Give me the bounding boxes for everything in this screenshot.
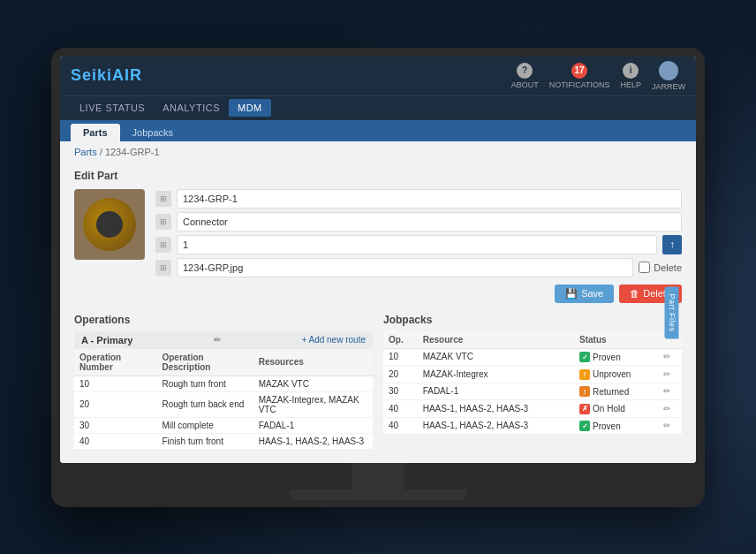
status-text: Proven bbox=[593, 421, 621, 431]
help-label: HELP bbox=[620, 80, 641, 89]
help-icon: i bbox=[623, 63, 639, 79]
filename-row: ⊞ Delete bbox=[155, 258, 682, 277]
about-icon: ? bbox=[517, 63, 533, 79]
edit-icon[interactable]: ✏ bbox=[663, 352, 670, 361]
notifications-button[interactable]: 17 NOTIFICATIONS bbox=[549, 63, 610, 89]
edit-icon[interactable]: ✏ bbox=[663, 386, 670, 396]
status-text: Returned bbox=[593, 387, 629, 397]
filename-icon: ⊞ bbox=[155, 260, 171, 276]
part-number-icon: ⊞ bbox=[155, 191, 171, 207]
edit-icon[interactable]: ✏ bbox=[663, 369, 670, 379]
status-badge: ✗ On Hold bbox=[579, 404, 625, 414]
jp-status: ! Returned bbox=[574, 383, 658, 400]
jp-resource: MAZAK-Integrex bbox=[418, 366, 574, 383]
op-resources: MAZAK-Integrex, MAZAK VTC bbox=[253, 391, 373, 417]
app-logo: SeikiAIR bbox=[71, 66, 142, 85]
filename-input[interactable] bbox=[177, 258, 633, 277]
jp-col-resource: Resource bbox=[418, 331, 574, 349]
list-item: 20 MAZAK-Integrex ! Unproven ✏ bbox=[383, 366, 682, 383]
jp-edit[interactable]: ✏ bbox=[658, 366, 682, 383]
notifications-label: NOTIFICATIONS bbox=[549, 80, 610, 89]
nav-analytics[interactable]: ANALYTICS bbox=[154, 99, 229, 117]
form-actions: 💾 Save 🗑 Delete bbox=[155, 285, 682, 303]
jobpacks-table: Op. Resource Status 10 MAZAK VTC ✓ Prove… bbox=[383, 331, 682, 436]
notifications-icon: 17 bbox=[571, 63, 587, 79]
operations-title: Operations bbox=[74, 314, 373, 326]
status-icon: ✓ bbox=[579, 421, 590, 431]
part-image-detail bbox=[96, 211, 123, 238]
description-input[interactable] bbox=[177, 212, 682, 231]
description-icon: ⊞ bbox=[155, 214, 171, 230]
part-image bbox=[74, 189, 145, 260]
op-num: 10 bbox=[74, 376, 156, 391]
op-resources: FADAL-1 bbox=[253, 417, 373, 433]
app-header: SeikiAIR ? ABOUT 17 NOTIFICATIONS i HELP… bbox=[60, 57, 696, 95]
table-row: 30 Mill complete FADAL-1 bbox=[74, 417, 373, 433]
list-item: 40 HAAS-1, HAAS-2, HAAS-3 ✓ Proven ✏ bbox=[383, 417, 682, 435]
table-row: 40 Finish turn front HAAS-1, HAAS-2, HAA… bbox=[74, 433, 373, 449]
jp-resource: FADAL-1 bbox=[418, 383, 574, 400]
status-badge: ✓ Proven bbox=[579, 421, 621, 431]
quantity-input[interactable] bbox=[177, 235, 657, 254]
edit-icon[interactable]: ✏ bbox=[663, 421, 670, 430]
part-image-inner bbox=[83, 198, 136, 251]
avatar bbox=[659, 61, 678, 80]
jp-edit[interactable]: ✏ bbox=[658, 348, 682, 366]
jp-op: 40 bbox=[383, 417, 418, 435]
stand-neck bbox=[352, 463, 404, 489]
part-files-tab[interactable]: Part Files bbox=[664, 286, 678, 338]
status-icon: ✓ bbox=[579, 352, 590, 362]
save-button[interactable]: 💾 Save bbox=[555, 285, 614, 303]
bottom-panels: Operations A - Primary ✏ + Add new route… bbox=[74, 314, 682, 456]
ops-col-op-num: Operation Number bbox=[74, 349, 156, 376]
help-button[interactable]: i HELP bbox=[620, 63, 641, 89]
edit-icon[interactable]: ✏ bbox=[663, 404, 670, 414]
description-row: ⊞ bbox=[155, 212, 682, 231]
part-number-row: ⊞ bbox=[155, 189, 682, 209]
logo-seiki: Seiki bbox=[71, 66, 112, 84]
jp-op: 10 bbox=[383, 348, 418, 366]
main-nav: LIVE STATUS ANALYTICS MDM bbox=[60, 95, 696, 120]
user-label: JARREW bbox=[652, 82, 685, 91]
status-icon: ! bbox=[579, 369, 590, 380]
operations-table: Operation Number Operation Description R… bbox=[74, 349, 373, 450]
tab-jobpacks[interactable]: Jobpacks bbox=[120, 124, 185, 141]
nav-mdm[interactable]: MDM bbox=[229, 99, 271, 117]
breadcrumb-parts-link[interactable]: Parts bbox=[74, 147, 97, 157]
nav-live-status[interactable]: LIVE STATUS bbox=[71, 99, 154, 117]
pencil-icon[interactable]: ✏ bbox=[214, 335, 221, 345]
jp-op: 30 bbox=[383, 383, 418, 400]
op-num: 20 bbox=[74, 391, 156, 417]
operations-panel: Operations A - Primary ✏ + Add new route… bbox=[74, 314, 373, 456]
table-row: 10 Rough turn front MAZAK VTC bbox=[74, 376, 373, 391]
list-item: 40 HAAS-1, HAAS-2, HAAS-3 ✗ On Hold ✏ bbox=[383, 400, 682, 418]
status-badge: ! Returned bbox=[579, 386, 629, 397]
logo-air: AIR bbox=[112, 66, 142, 84]
breadcrumb: Parts / 1234-GRP-1 bbox=[60, 141, 696, 163]
user-menu[interactable]: JARREW bbox=[652, 61, 685, 91]
part-number-input[interactable] bbox=[177, 189, 682, 209]
jp-edit[interactable]: ✏ bbox=[658, 417, 682, 435]
jp-edit[interactable]: ✏ bbox=[658, 400, 682, 418]
upload-button[interactable]: ↑ bbox=[662, 235, 682, 254]
jp-edit[interactable]: ✏ bbox=[658, 383, 682, 400]
content-area: Part Files Edit Part ⊞ ⊞ bbox=[60, 163, 696, 463]
route-label: A - Primary bbox=[81, 335, 132, 345]
jp-op: 40 bbox=[383, 400, 418, 418]
jp-status: ✓ Proven bbox=[574, 348, 658, 366]
tab-parts[interactable]: Parts bbox=[71, 124, 120, 141]
delete-label: Delete bbox=[654, 262, 682, 273]
jp-status: ✓ Proven bbox=[574, 417, 658, 435]
jp-col-status: Status bbox=[574, 331, 658, 349]
delete-checkbox[interactable] bbox=[639, 262, 650, 273]
jp-resource: MAZAK VTC bbox=[418, 348, 574, 366]
form-fields: ⊞ ⊞ ⊞ ↑ ⊞ bbox=[155, 189, 682, 303]
about-button[interactable]: ? ABOUT bbox=[511, 63, 539, 89]
ops-col-resources: Resources bbox=[253, 349, 373, 376]
op-num: 30 bbox=[74, 417, 156, 433]
op-desc: Finish turn front bbox=[156, 433, 253, 449]
add-route-button[interactable]: + Add new route bbox=[301, 335, 366, 345]
status-text: Unproven bbox=[593, 369, 631, 379]
sub-tabs: Parts Jobpacks bbox=[60, 120, 696, 141]
ops-col-op-desc: Operation Description bbox=[156, 349, 253, 376]
